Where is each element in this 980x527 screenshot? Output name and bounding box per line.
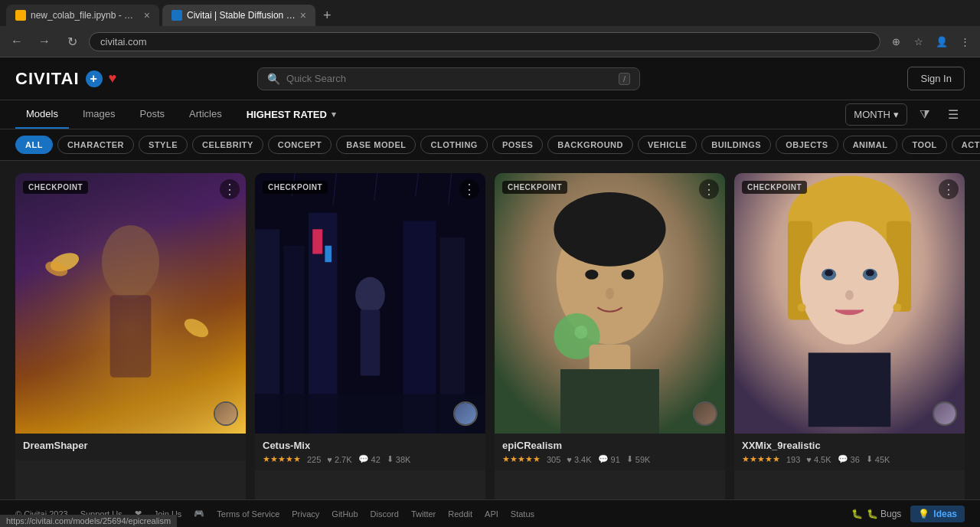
- model-card-xxmix[interactable]: CHECKPOINT ⋮ XXMix_9realistic ★★★★★ 193 …: [734, 173, 965, 509]
- main-content: CHECKPOINT ⋮ DreamShaper: [0, 161, 980, 521]
- github-link[interactable]: GitHub: [332, 509, 358, 519]
- category-objects[interactable]: OBJECTS: [776, 136, 838, 154]
- card-stars-xxmix: ★★★★★: [742, 454, 780, 464]
- discord-link[interactable]: Discord: [371, 509, 399, 519]
- tab-colab[interactable]: new_colab_file.ipynb - Colabora... ×: [6, 5, 159, 26]
- sort-filter-dropdown[interactable]: HIGHEST RATED ▾: [236, 101, 347, 128]
- card-thumbnail-epicrealism: [495, 173, 725, 434]
- card-likes-cetusmix: ♥ 2.7K: [327, 455, 351, 464]
- category-vehicle[interactable]: VEHICLE: [638, 136, 697, 154]
- category-style[interactable]: STYLE: [139, 136, 188, 154]
- svg-rect-12: [312, 229, 322, 254]
- logo[interactable]: CIVITAI + ♥: [15, 69, 117, 89]
- svg-point-36: [800, 221, 899, 345]
- category-animal[interactable]: ANIMAL: [843, 136, 898, 154]
- svg-rect-14: [255, 394, 485, 434]
- tab-articles[interactable]: Articles: [178, 100, 233, 129]
- tab-bar: new_colab_file.ipynb - Colabora... × Civ…: [0, 0, 980, 26]
- model-card-epicrealism[interactable]: CHECKPOINT ⋮ epiCRealism ★★★★★ 305 ♥ 3.4…: [495, 173, 725, 509]
- sort-filter-label: HIGHEST RATED: [247, 109, 327, 120]
- lightbulb-icon: 💡: [918, 509, 929, 519]
- browser-actions: ⊕ ☆ 👤 ⋮: [887, 32, 974, 51]
- card-likes-xxmix: ♥ 4.5K: [806, 455, 831, 464]
- category-action[interactable]: ACTION: [952, 136, 980, 154]
- card-avatar-epicrealism: [693, 401, 717, 426]
- svg-point-25: [585, 270, 598, 280]
- layout-icon[interactable]: ☰: [942, 104, 965, 125]
- card-rating-epicrealism: 305: [547, 455, 560, 464]
- card-menu-xxmix[interactable]: ⋮: [939, 179, 959, 199]
- category-concept[interactable]: CONCEPT: [268, 136, 332, 154]
- time-filter-dropdown[interactable]: MONTH ▾: [845, 103, 907, 126]
- card-image-xxmix: CHECKPOINT ⋮: [734, 173, 965, 434]
- tab-civitai[interactable]: Civitai | Stable Diffusion models... ×: [162, 5, 315, 26]
- checkpoint-badge-dreamshaper: CHECKPOINT: [23, 181, 88, 194]
- svg-rect-13: [325, 246, 332, 263]
- logo-heart-icon[interactable]: ♥: [109, 70, 118, 87]
- model-card-cetusmix[interactable]: CHECKPOINT ⋮ Cetus-Mix ★★★★★ 225 ♥ 2.7K …: [255, 173, 485, 509]
- tab-title-colab: new_colab_file.ipynb - Colabora...: [31, 10, 139, 21]
- svg-point-24: [554, 192, 665, 267]
- card-name-cetusmix: Cetus-Mix: [263, 440, 478, 451]
- category-all[interactable]: ALL: [15, 136, 53, 154]
- search-bar[interactable]: 🔍 /: [257, 67, 640, 90]
- card-info-cetusmix: Cetus-Mix ★★★★★ 225 ♥ 2.7K 💬 42 ⬇ 38K: [255, 434, 485, 470]
- address-bar[interactable]: civitai.com: [89, 32, 880, 51]
- bugs-button[interactable]: 🐛 🐛 Bugs: [851, 509, 902, 519]
- extensions-button[interactable]: ⊕: [887, 32, 905, 51]
- profile-button[interactable]: 👤: [933, 32, 951, 51]
- api-link[interactable]: API: [485, 509, 498, 519]
- twitter-link[interactable]: Twitter: [411, 509, 436, 519]
- card-info-dreamshaper: DreamShaper: [15, 434, 246, 460]
- more-options-button[interactable]: ⋮: [956, 32, 974, 51]
- reload-button[interactable]: ↻: [61, 31, 83, 52]
- back-button[interactable]: ←: [6, 31, 28, 52]
- filter-icon[interactable]: ⧩: [913, 105, 936, 125]
- category-celebrity[interactable]: CELEBRITY: [192, 136, 263, 154]
- forward-button[interactable]: →: [34, 31, 55, 52]
- card-name-xxmix: XXMix_9realistic: [742, 440, 957, 451]
- card-thumbnail-xxmix: [734, 173, 965, 434]
- svg-point-15: [355, 277, 385, 313]
- category-poses[interactable]: POSES: [492, 136, 543, 154]
- card-menu-epicrealism[interactable]: ⋮: [699, 179, 719, 199]
- tab-favicon-colab: [15, 10, 26, 21]
- ideas-button[interactable]: 💡 Ideas: [910, 506, 965, 522]
- reddit-link[interactable]: Reddit: [448, 509, 472, 519]
- category-tool[interactable]: TOOL: [902, 136, 946, 154]
- card-downloads-cetusmix: ⬇ 38K: [387, 454, 411, 464]
- terms-link[interactable]: Terms of Service: [217, 509, 279, 519]
- search-input[interactable]: [286, 73, 612, 84]
- model-card-dreamshaper[interactable]: CHECKPOINT ⋮ DreamShaper: [15, 173, 246, 509]
- browser-chrome: new_colab_file.ipynb - Colabora... × Civ…: [0, 0, 980, 57]
- tab-close-civitai[interactable]: ×: [300, 9, 306, 21]
- card-comments-xxmix: 💬 36: [838, 454, 860, 464]
- privacy-link[interactable]: Privacy: [292, 509, 319, 519]
- sign-in-button[interactable]: Sign In: [907, 67, 964, 90]
- search-icon: 🔍: [267, 73, 280, 85]
- logo-plus-button[interactable]: +: [86, 70, 103, 87]
- tab-close-colab[interactable]: ×: [144, 9, 150, 21]
- card-rating-xxmix: 193: [786, 455, 800, 464]
- card-menu-dreamshaper[interactable]: ⋮: [220, 179, 240, 199]
- svg-point-26: [622, 270, 635, 280]
- tab-images[interactable]: Images: [72, 100, 126, 129]
- card-stats-xxmix: ★★★★★ 193 ♥ 4.5K 💬 36 ⬇ 45K: [742, 454, 957, 464]
- category-base-model[interactable]: BASE MODEL: [336, 136, 416, 154]
- download-icon: ⬇: [387, 454, 394, 464]
- category-buildings[interactable]: BUILDINGS: [701, 136, 771, 154]
- tab-posts[interactable]: Posts: [129, 100, 176, 129]
- card-comments-cetusmix: 💬 42: [358, 454, 381, 464]
- new-tab-button[interactable]: +: [318, 8, 336, 24]
- tab-models[interactable]: Models: [15, 100, 69, 129]
- card-menu-cetusmix[interactable]: ⋮: [459, 179, 479, 199]
- category-character[interactable]: CHARACTER: [57, 136, 134, 154]
- category-clothing[interactable]: CLOTHING: [420, 136, 487, 154]
- checkpoint-badge-cetusmix: CHECKPOINT: [263, 181, 328, 194]
- bookmark-button[interactable]: ☆: [910, 32, 928, 51]
- card-stars-epicrealism: ★★★★★: [502, 454, 541, 464]
- status-link[interactable]: Status: [511, 509, 534, 519]
- header-right: Sign In: [907, 67, 964, 90]
- category-background[interactable]: BACKGROUND: [547, 136, 633, 154]
- checkpoint-badge-epicrealism: CHECKPOINT: [502, 181, 567, 194]
